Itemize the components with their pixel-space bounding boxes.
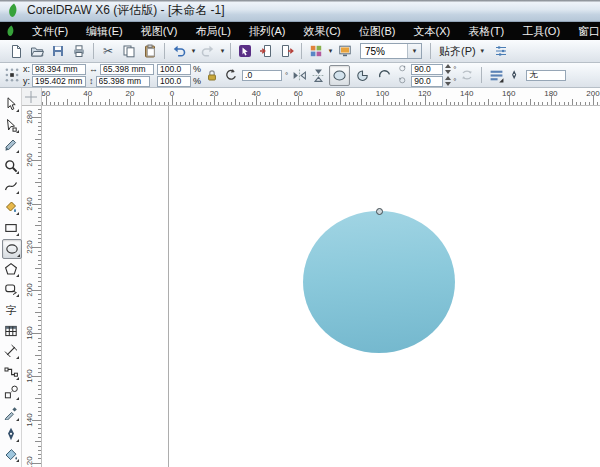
menu-item-bitmaps[interactable]: 位图(B): [350, 22, 405, 40]
blend-tool[interactable]: [2, 383, 20, 401]
copy-button[interactable]: [119, 41, 139, 61]
ellipse-tool[interactable]: [2, 239, 22, 259]
outline-width-field[interactable]: [526, 70, 566, 81]
ellipse-mode-button[interactable]: [329, 65, 350, 86]
menu-item-arrange[interactable]: 排列(A): [240, 22, 295, 40]
ruler-tick: [542, 102, 543, 105]
menu-item-file[interactable]: 文件(F): [23, 22, 77, 40]
zoom-tool[interactable]: [2, 157, 20, 175]
rectangle-tool[interactable]: [2, 219, 20, 237]
start-angle-field[interactable]: [411, 64, 443, 75]
ruler-label: 180: [25, 325, 35, 341]
end-angle-field[interactable]: [411, 76, 443, 87]
ellipse-top-node[interactable]: [376, 208, 383, 215]
shape-tool[interactable]: [2, 116, 20, 134]
zoom-dropdown-arrow-icon[interactable]: ▾: [407, 44, 421, 58]
ruler-tick: [441, 102, 442, 105]
fill-tool[interactable]: [2, 445, 20, 463]
cut-button[interactable]: ✂: [98, 41, 118, 61]
menu-item-tools[interactable]: 工具(O): [513, 22, 569, 40]
pick-tool[interactable]: [2, 95, 20, 113]
ellipse-object[interactable]: [303, 211, 455, 353]
ruler-tick: [496, 102, 497, 105]
zoom-level-combo[interactable]: 75%▾: [360, 43, 422, 59]
welcome-screen-button[interactable]: [335, 41, 355, 61]
ruler-tick: [117, 102, 118, 105]
arc-mode-button[interactable]: [375, 66, 394, 85]
freehand-tool[interactable]: [2, 177, 20, 195]
polygon-tool[interactable]: [2, 260, 20, 278]
new-document-button[interactable]: [6, 41, 26, 61]
mirror-vertical-button[interactable]: [310, 67, 326, 83]
straight-line-connector-tool[interactable]: [2, 363, 20, 381]
menu-item-edit[interactable]: 编辑(E): [77, 22, 132, 40]
ruler-tick: [248, 102, 249, 105]
smart-fill-tool[interactable]: [2, 198, 20, 216]
parallel-dimension-tool[interactable]: [2, 342, 20, 360]
export-button[interactable]: [277, 41, 297, 61]
menu-item-view[interactable]: 视图(V): [132, 22, 187, 40]
ruler-tick: [395, 102, 396, 105]
menu-item-window[interactable]: 窗口(W): [569, 22, 600, 40]
dropdown-arrow-icon[interactable]: ▾: [479, 47, 486, 55]
color-eyedropper-tool[interactable]: [2, 404, 20, 422]
menu-item-layout[interactable]: 布局(L): [186, 22, 239, 40]
undo-button[interactable]: [169, 41, 189, 61]
mirror-horizontal-button[interactable]: [291, 67, 307, 83]
crop-tool[interactable]: [2, 136, 20, 154]
ruler-origin-icon: [25, 91, 37, 103]
flyout-indicator-icon: [16, 294, 19, 297]
snap-to-button[interactable]: 贴齐(P)▾: [435, 42, 490, 60]
dropdown-arrow-icon[interactable]: ▾: [190, 47, 197, 55]
flyout-indicator-icon: [16, 191, 19, 194]
scale-horizontal-field[interactable]: [157, 64, 191, 75]
paste-button[interactable]: [140, 41, 160, 61]
cut-icon: ✂: [103, 44, 113, 58]
drawing-canvas[interactable]: [42, 106, 600, 467]
options-button[interactable]: [491, 41, 511, 61]
ruler-tick: [231, 102, 232, 105]
ruler-label: 200: [582, 89, 600, 98]
ruler-tick: [38, 186, 41, 187]
outline-width-icon: [507, 67, 523, 83]
ruler-tick: [96, 102, 97, 105]
scale-vertical-field[interactable]: [157, 76, 191, 87]
table-tool[interactable]: [2, 322, 20, 340]
y-position-field[interactable]: [32, 76, 86, 87]
menu-item-table[interactable]: 表格(T): [459, 22, 513, 40]
ruler-tick: [311, 102, 312, 105]
app-launcher-button[interactable]: [306, 41, 326, 61]
ruler-tick: [404, 99, 405, 105]
text-tool[interactable]: 字: [2, 301, 20, 319]
horizontal-ruler[interactable]: 604020020406080100120140160180200: [42, 88, 600, 106]
rotation-angle-field[interactable]: [242, 70, 282, 81]
ruler-tick: [227, 102, 228, 105]
search-content-button[interactable]: [235, 41, 255, 61]
vertical-ruler[interactable]: 120140160180200220240260280: [22, 106, 42, 467]
menu-item-text[interactable]: 文本(X): [404, 22, 459, 40]
print-button[interactable]: [69, 41, 89, 61]
object-width-field[interactable]: [100, 64, 154, 75]
zoom-level-value: 75%: [365, 46, 385, 57]
ruler-tick: [488, 99, 489, 105]
pie-mode-button[interactable]: [353, 66, 372, 85]
dropdown-arrow-icon[interactable]: ▾: [327, 47, 334, 55]
object-height-field[interactable]: [96, 76, 150, 87]
menu-item-effects[interactable]: 效果(C): [295, 22, 350, 40]
outline-pen-tool[interactable]: [2, 425, 20, 443]
lock-ratio-icon[interactable]: [204, 67, 220, 83]
ruler-origin-box[interactable]: [22, 88, 42, 106]
redo-button[interactable]: [198, 41, 218, 61]
import-button[interactable]: [256, 41, 276, 61]
save-button[interactable]: [48, 41, 68, 61]
dropdown-arrow-icon[interactable]: ▾: [219, 47, 226, 55]
start-angle-spinner[interactable]: [445, 64, 451, 74]
ruler-label: 120: [414, 89, 436, 98]
x-position-field[interactable]: [32, 64, 86, 75]
wrap-text-button[interactable]: [488, 67, 504, 83]
basic-shapes-tool[interactable]: [2, 280, 20, 298]
open-folder-button[interactable]: [27, 41, 47, 61]
end-angle-spinner[interactable]: [445, 76, 451, 86]
change-direction-button[interactable]: [459, 67, 475, 83]
toolbar-separator: [430, 43, 431, 59]
